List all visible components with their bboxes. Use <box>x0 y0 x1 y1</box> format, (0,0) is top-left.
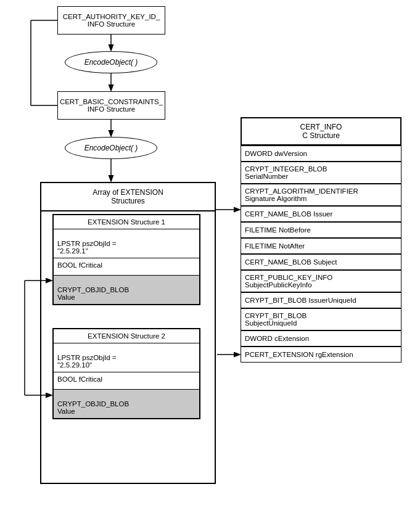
encode-oval-2: EncodeObject( ) <box>65 137 157 159</box>
encode1-label: EncodeObject( ) <box>84 58 138 67</box>
array-label-text: Array of EXTENSION Structures <box>93 188 163 205</box>
ext2-row1-text: LPSTR pszObjId = "2.5.29.10" <box>57 354 117 369</box>
ext2-row2: BOOL fCritical <box>54 372 199 390</box>
encode-oval-1: EncodeObject( ) <box>65 51 157 73</box>
cert-info-row-11: PCERT_EXTENSION rgExtension <box>241 347 401 363</box>
ext2-row3-text: CRYPT_OBJID_BLOB Value <box>57 400 129 415</box>
ext2-row2-text: BOOL fCritical <box>57 375 102 383</box>
cert-info-row-4-text: FILETIME NotBefore <box>245 226 311 234</box>
cert-info-row-9: CRYPT_BIT_BLOB SubjectUniqueId <box>241 308 401 330</box>
ext1-header: EXTENSION Structure 1 <box>54 215 199 229</box>
cert-authority-label: CERT_AUTHORITY_KEY_ID_ INFO Structure <box>63 13 160 28</box>
ext1-row1: LPSTR pszObjId = "2.5.29.1" <box>54 229 199 258</box>
cert-info-row-8: CRYPT_BIT_BLOB IssuerUniqueId <box>241 292 401 308</box>
cert-info-row-9-text: CRYPT_BIT_BLOB SubjectUniqueId <box>245 312 307 327</box>
ext2-row1: LPSTR pszObjId = "2.5.29.10" <box>54 343 199 372</box>
cert-info-row-2-text: CRYPT_ALGORITHM_IDENTIFIER Signature Alg… <box>245 187 358 202</box>
ext1-row3: CRYPT_OBJID_BLOB Value <box>54 276 199 304</box>
cert-info-row-5-text: FILETIME NotAfter <box>245 242 305 250</box>
ext2-header: EXTENSION Structure 2 <box>54 329 199 343</box>
cert-info-row-1-text: CRYPT_INTEGER_BLOB SerialNumber <box>245 165 327 180</box>
encode2-label: EncodeObject( ) <box>84 144 138 152</box>
cert-basic-label: CERT_BASIC_CONSTRAINTS_ INFO Structure <box>60 98 163 113</box>
cert-info-row-10: DWORD cExtension <box>241 330 401 347</box>
cert-info-title2: C Structure <box>302 131 340 140</box>
ext1-header-label: EXTENSION Structure 1 <box>88 218 165 226</box>
ext1-row2: BOOL fCritical <box>54 258 199 276</box>
cert-authority-box: CERT_AUTHORITY_KEY_ID_ INFO Structure <box>57 6 165 35</box>
ext2-box: EXTENSION Structure 2 LPSTR pszObjId = "… <box>52 328 200 419</box>
cert-info-row-1: CRYPT_INTEGER_BLOB SerialNumber <box>241 162 401 184</box>
cert-info-row-0: DWORD dwVersion <box>241 146 401 162</box>
cert-info-row-11-text: PCERT_EXTENSION rgExtension <box>245 351 353 358</box>
cert-info-row-4: FILETIME NotBefore <box>241 222 401 238</box>
ext2-row3: CRYPT_OBJID_BLOB Value <box>54 390 199 418</box>
cert-info-row-7-text: CERT_PUBLIC_KEY_INFO SubjectPublicKeyInf… <box>245 274 332 289</box>
cert-info-row-6: CERT_NAME_BLOB Subject <box>241 254 401 270</box>
cert-info-row-8-text: CRYPT_BIT_BLOB IssuerUniqueId <box>245 297 356 304</box>
cert-info-row-3-text: CERT_NAME_BLOB Issuer <box>245 210 332 218</box>
cert-info-row-2: CRYPT_ALGORITHM_IDENTIFIER Signature Alg… <box>241 184 401 206</box>
cert-info-header: CERT_INFO C Structure <box>241 117 401 146</box>
ext1-row3-text: CRYPT_OBJID_BLOB Value <box>57 286 129 301</box>
cert-info-row-0-text: DWORD dwVersion <box>245 150 307 157</box>
cert-info-row-10-text: DWORD cExtension <box>245 335 309 342</box>
ext1-box: EXTENSION Structure 1 LPSTR pszObjId = "… <box>52 214 200 305</box>
array-outer-box: Array of EXTENSION Structures EXTENSION … <box>40 182 216 484</box>
ext2-header-label: EXTENSION Structure 2 <box>88 332 165 340</box>
cert-info-title1: CERT_INFO <box>300 123 342 131</box>
cert-basic-box: CERT_BASIC_CONSTRAINTS_ INFO Structure <box>57 91 165 120</box>
ext1-row1-text: LPSTR pszObjId = "2.5.29.1" <box>57 240 117 255</box>
cert-info-row-6-text: CERT_NAME_BLOB Subject <box>245 258 337 266</box>
ext1-row2-text: BOOL fCritical <box>57 261 102 269</box>
cert-info-row-5: FILETIME NotAfter <box>241 238 401 254</box>
cert-info-row-7: CERT_PUBLIC_KEY_INFO SubjectPublicKeyInf… <box>241 270 401 292</box>
cert-info-row-3: CERT_NAME_BLOB Issuer <box>241 206 401 222</box>
array-label: Array of EXTENSION Structures <box>41 183 215 211</box>
